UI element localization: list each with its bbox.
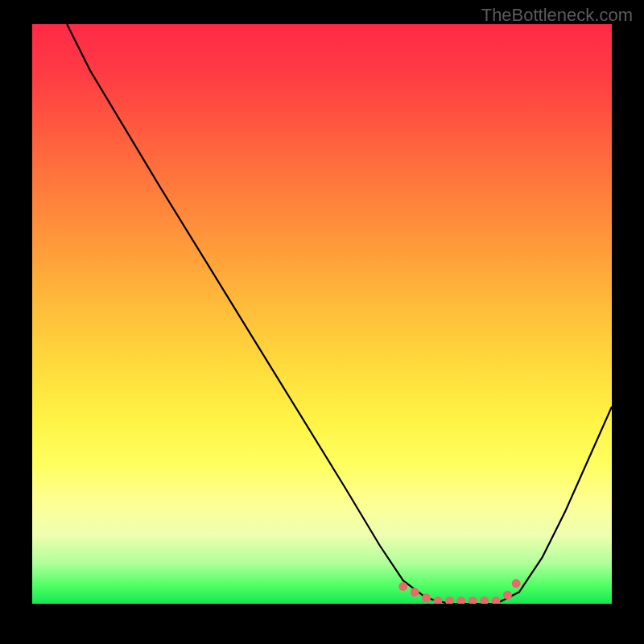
watermark-text: TheBottleneck.com <box>481 5 633 26</box>
marker-dot <box>512 579 521 588</box>
marker-dot <box>480 597 489 604</box>
marker-dot <box>434 597 443 604</box>
marker-dot <box>398 582 407 591</box>
marker-dot <box>411 588 419 597</box>
chart-svg <box>32 24 612 604</box>
marker-dot <box>492 597 501 604</box>
marker-dot <box>445 597 454 604</box>
marker-dot <box>503 591 512 600</box>
chart-plot-area <box>32 24 612 604</box>
marker-dot <box>422 593 431 602</box>
chart-line-curve <box>67 24 612 604</box>
marker-dot <box>456 597 465 604</box>
marker-dot <box>469 597 477 604</box>
